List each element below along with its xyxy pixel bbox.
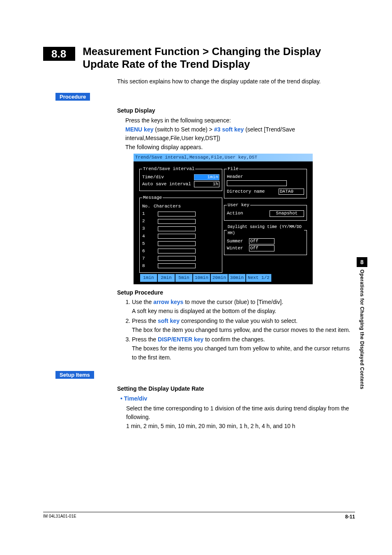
softkey-bar: 1min2min5min10min20min30minNext 1/2	[140, 274, 272, 282]
message-row: 7	[142, 255, 219, 262]
message-row: 5	[142, 240, 219, 247]
timediv-desc: Select the time corresponding to 1 divis…	[126, 404, 351, 422]
summer-field[interactable]: Off	[249, 238, 274, 244]
setup-display-line3: The following display appears.	[125, 143, 351, 152]
setup-display-body: Press the keys in the following sequence…	[125, 116, 351, 284]
message-row: 2	[142, 218, 219, 225]
softkey[interactable]: Next 1/2	[246, 274, 272, 282]
message-field[interactable]	[158, 256, 196, 261]
action-field[interactable]: Snapshot	[270, 210, 304, 216]
message-field[interactable]	[158, 226, 196, 231]
section-number: 8.8	[43, 47, 75, 61]
section-intro: This section explains how to change the …	[117, 78, 355, 85]
message-field[interactable]	[158, 249, 196, 253]
message-row: 1	[142, 210, 219, 217]
autosave-value[interactable]: 1h	[194, 181, 219, 187]
group-userkey: User key Action Snapshot	[224, 202, 307, 220]
procedure-content: Setup Display Press the keys in the foll…	[117, 106, 351, 362]
doc-id: IM 04L31A01-01E	[43, 514, 76, 520]
dirname-field[interactable]: DATA0	[279, 189, 304, 195]
winter-field[interactable]: Off	[249, 245, 274, 251]
message-field[interactable]	[158, 241, 196, 246]
footer: IM 04L31A01-01E 8-11	[43, 512, 355, 520]
autosave-label: Auto save interval	[142, 182, 192, 187]
softkey-3: #3 soft key	[214, 126, 244, 133]
device-screenshot: Trend/Save interval,Message,File,User ke…	[134, 154, 313, 284]
softkey[interactable]: 5min	[175, 274, 193, 282]
screenshot-title: Trend/Save interval,Message,File,User ke…	[134, 154, 313, 161]
setup-procedure-heading: Setup Procedure	[117, 288, 351, 297]
procedure-step: Press the soft key corresponding to the …	[132, 317, 351, 334]
message-field[interactable]	[158, 263, 196, 268]
timediv-label: Time/div	[142, 175, 192, 180]
section-header: 8.8 Measurement Function > Changing the …	[43, 45, 355, 71]
message-row: 3	[142, 225, 219, 232]
message-field[interactable]	[158, 212, 196, 216]
softkey[interactable]: 10min	[193, 274, 210, 282]
timediv-item: Time/div	[120, 394, 147, 403]
message-field[interactable]	[158, 234, 196, 239]
header-field[interactable]	[227, 180, 287, 186]
setup-items-content: Setting the Display Update Rate Time/div…	[117, 385, 351, 431]
setup-display-line1: Press the keys in the following sequence…	[125, 116, 351, 125]
setupitems-badge: Setup Items	[55, 371, 94, 379]
setup-display-keyseq: MENU key (switch to Set mode) > #3 soft …	[125, 125, 351, 143]
chapter-number: 8	[357, 257, 367, 267]
group-trendsave: Trend/Save interval Time/div 1min Auto s…	[139, 166, 222, 191]
procedure-badge: Procedure	[55, 93, 90, 101]
group-message: Message No. Characters 12345678	[139, 194, 222, 272]
timediv-value[interactable]: 1min	[194, 174, 219, 180]
setup-display-heading: Setup Display	[117, 106, 351, 115]
page-number: 8-11	[345, 514, 355, 520]
message-row: 4	[142, 233, 219, 240]
group-dst: Daylight saving time (YY/MM/DD HH) Summe…	[224, 224, 307, 255]
softkey[interactable]: 1min	[140, 274, 157, 282]
softkey[interactable]: 2min	[158, 274, 175, 282]
timediv-values: 1 min, 2 min, 5 min, 10 min, 20 min, 30 …	[126, 422, 351, 431]
procedure-step: Use the arrow keys to move the cursor (b…	[132, 298, 351, 315]
softkey[interactable]: 20min	[211, 274, 228, 282]
menu-key: MENU key	[125, 126, 153, 133]
softkey[interactable]: 30min	[228, 274, 246, 282]
section-title: Measurement Function > Changing the Disp…	[83, 45, 346, 71]
procedure-list: Use the arrow keys to move the cursor (b…	[125, 298, 351, 362]
group-file: File Header Directory name DATA0	[224, 166, 307, 198]
message-row: 6	[142, 248, 219, 255]
message-row: 8	[142, 263, 219, 269]
side-tab: 8 Operations for Changing the Displayed …	[357, 257, 367, 391]
chapter-title: Operations for Changing the Displayed Co…	[359, 269, 365, 389]
message-field[interactable]	[158, 219, 196, 224]
page: 8.8 Measurement Function > Changing the …	[0, 0, 392, 555]
setup-items-heading: Setting the Display Update Rate	[117, 385, 351, 394]
procedure-step: Press the DISP/ENTER key to confirm the …	[132, 335, 351, 362]
